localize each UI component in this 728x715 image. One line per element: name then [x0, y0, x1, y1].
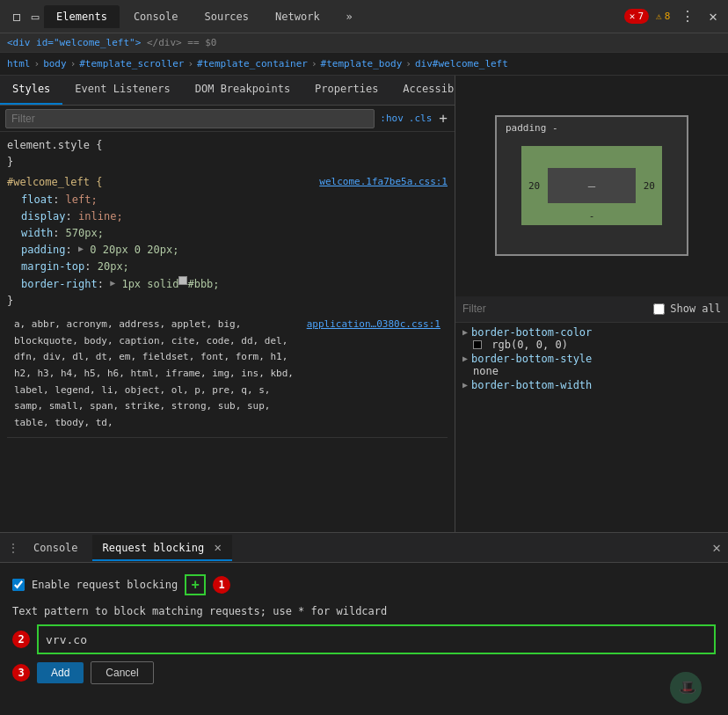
tab-styles[interactable]: Styles — [0, 76, 62, 105]
breadcrumb-welcome-left[interactable]: div#welcome_left — [415, 58, 508, 69]
enable-row: Enable request blocking + 1 — [12, 572, 716, 598]
inspect-icon[interactable]: ◻ — [7, 8, 26, 25]
show-all-label: Show all — [670, 303, 721, 315]
tab-console-bottom[interactable]: Console — [23, 536, 89, 559]
top-bar-icons: ✕ 7 ⚠ 8 ⋮ ✕ — [624, 6, 721, 26]
cls-button[interactable]: .cls — [409, 113, 433, 124]
filter-input[interactable] — [5, 109, 375, 128]
error-icon: ✕ — [630, 11, 636, 22]
tab-elements[interactable]: Elements — [44, 5, 120, 28]
error-count: 7 — [637, 11, 644, 22]
dom-element-indicator: <div id="welcome_left"> </div> == $0 — [0, 33, 728, 53]
cancel-button[interactable]: Cancel — [91, 661, 153, 684]
color-swatch-bbb — [178, 276, 187, 285]
element-style-block: element.style { } — [7, 137, 448, 171]
bottom-area: ⋮ Console Request blocking ✕ ✕ Enable re… — [0, 532, 728, 715]
tab-properties[interactable]: Properties — [302, 76, 390, 105]
enable-blocking-checkbox[interactable] — [12, 579, 25, 591]
triangle-icon: ▶ — [462, 354, 468, 363]
tab-network[interactable]: Network — [263, 5, 332, 28]
generic-selector-text: a, abbr, acronym, address, applet, big, … — [14, 317, 300, 432]
add-cancel-row: 3 Add Cancel — [12, 661, 716, 684]
element-style-close: } — [7, 154, 13, 171]
box-model-area: padding - 20 20 - — — [455, 76, 728, 296]
close-devtools-icon[interactable]: ✕ — [705, 6, 721, 26]
triangle-icon-2: ▶ — [462, 380, 468, 390]
breadcrumb: html › body › #template_scroller › #temp… — [0, 53, 728, 76]
warning-count: 8 — [665, 11, 671, 22]
tab-sources[interactable]: Sources — [192, 5, 261, 28]
box-model-inner: 20 20 - — — [521, 146, 662, 225]
pattern-description-label: Text pattern to block matching requests;… — [12, 605, 387, 617]
request-blocking-close-icon[interactable]: ✕ — [214, 540, 221, 554]
add-class-button[interactable]: + — [437, 110, 449, 127]
pattern-text-input[interactable] — [37, 624, 716, 654]
box-model-bottom: - — [589, 210, 595, 222]
box-model-label: padding - — [506, 122, 558, 134]
enable-blocking-label: Enable request blocking — [32, 579, 178, 591]
show-all-checkbox[interactable] — [653, 303, 665, 315]
filter-row: :hov .cls + — [0, 106, 455, 132]
element-style-open: element.style { — [7, 137, 102, 154]
computed-filter-row: Show all — [455, 296, 728, 323]
border-bottom-style-value: none — [473, 365, 499, 377]
breadcrumb-template-container[interactable]: #template_container — [197, 58, 308, 69]
pattern-input-row: 2 — [12, 624, 716, 654]
generic-selectors-block: a, abbr, acronym, address, applet, big, … — [7, 313, 448, 438]
welcome-left-selector[interactable]: #welcome_left { — [7, 174, 102, 191]
drag-handle-icon[interactable]: ⋮ — [7, 541, 19, 555]
step-2-badge: 2 — [12, 631, 30, 648]
tab-dom-breakpoints[interactable]: DOM Breakpoints — [183, 76, 302, 105]
prop-border-right: border-right : ▶ 1px solid #bbb; — [21, 276, 448, 293]
prop-width: width : 570px; — [21, 225, 448, 242]
box-model-left: 20 — [528, 180, 540, 192]
add-button[interactable]: Add — [37, 662, 84, 683]
warning-icon: ⚠ — [656, 11, 662, 22]
breadcrumb-html[interactable]: html — [7, 58, 31, 69]
warning-badge[interactable]: ⚠ 8 — [656, 11, 670, 22]
close-bottom-panel-icon[interactable]: ✕ — [712, 539, 721, 556]
box-model-right: 20 — [644, 180, 655, 192]
breadcrumb-template-body[interactable]: #template_body — [321, 58, 403, 69]
sub-tabs: Styles Event Listeners DOM Breakpoints P… — [0, 76, 455, 106]
tab-console[interactable]: Console — [121, 5, 191, 28]
box-model-center: — — [548, 168, 636, 203]
more-menu-icon[interactable]: ⋮ — [677, 6, 698, 26]
welcome-left-source[interactable]: welcome.1fa7be5a.css:1 — [319, 174, 448, 191]
right-panel: padding - 20 20 - — Show all ▶ — [455, 76, 728, 532]
add-pattern-button[interactable]: + — [185, 574, 206, 595]
welcome-left-rule: #welcome_left { welcome.1fa7be5a.css:1 f… — [7, 174, 448, 310]
prop-float: float : left; — [21, 192, 448, 208]
border-bottom-color-value: rgb(0, 0, 0) — [491, 339, 568, 351]
dom-element-tag: <div id="welcome_left"> — [7, 37, 141, 48]
request-blocking-content: Enable request blocking + 1 Text pattern… — [0, 563, 728, 715]
welcome-left-close-brace: } — [7, 293, 13, 310]
computed-border-bottom-width: ▶ border-bottom-width — [462, 379, 721, 391]
computed-area: ▶ border-bottom-color rgb(0, 0, 0) ▶ bor… — [455, 323, 728, 533]
computed-filter-input[interactable] — [462, 303, 648, 315]
device-icon[interactable]: ▭ — [28, 10, 42, 24]
prop-display: display : inline; — [21, 208, 448, 225]
step-1-badge: 1 — [213, 576, 230, 594]
top-bar: ◻ ▭ Elements Console Sources Network » ✕… — [0, 0, 728, 33]
dom-element-end: </div> == $0 — [141, 37, 216, 48]
tab-request-blocking[interactable]: Request blocking ✕ — [92, 535, 232, 561]
tab-more[interactable]: » — [334, 5, 365, 28]
hov-button[interactable]: :hov — [380, 113, 404, 124]
prop-padding: padding : ▶ 0 20px 0 20px; — [21, 242, 448, 259]
box-model-outer: padding - 20 20 - — — [495, 115, 688, 256]
bottom-tab-bar: ⋮ Console Request blocking ✕ ✕ — [0, 533, 728, 563]
top-tabs: ◻ ▭ Elements Console Sources Network » — [7, 5, 624, 28]
tab-event-listeners[interactable]: Event Listeners — [62, 76, 182, 105]
breadcrumb-body[interactable]: body — [43, 58, 67, 69]
triangle-icon: ▶ — [462, 327, 468, 337]
breadcrumb-template-scroller[interactable]: #template_scroller — [79, 58, 184, 69]
prop-margin-top: margin-top : 20px; — [21, 259, 448, 275]
computed-border-bottom-color: ▶ border-bottom-color rgb(0, 0, 0) — [462, 326, 721, 351]
tab-accessibility[interactable]: Accessibility — [390, 76, 455, 105]
left-panel: Styles Event Listeners DOM Breakpoints P… — [0, 76, 455, 532]
main-layout: Styles Event Listeners DOM Breakpoints P… — [0, 76, 728, 532]
computed-border-bottom-style: ▶ border-bottom-style none — [462, 353, 721, 377]
error-badge[interactable]: ✕ 7 — [624, 9, 649, 24]
generic-selectors-source[interactable]: application…0380c.css:1 — [307, 317, 440, 432]
